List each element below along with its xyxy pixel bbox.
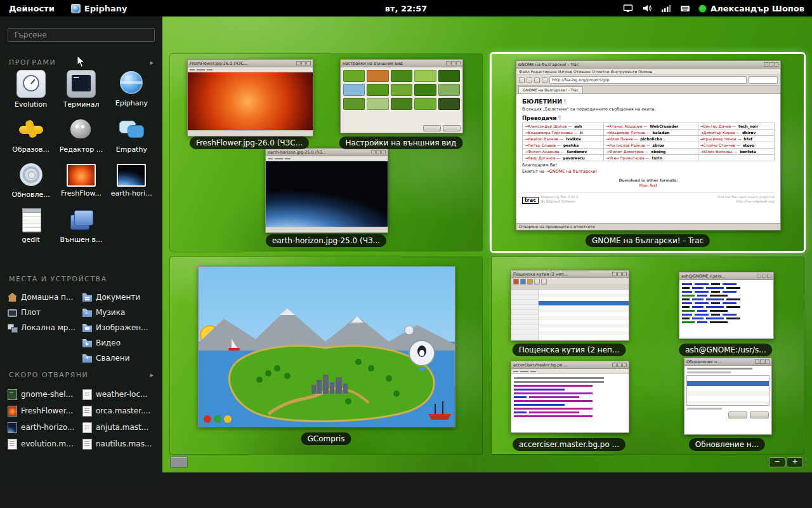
app-item-gimp[interactable]: Редактор ... [56,116,106,154]
zoom-out-button[interactable]: − [769,457,785,467]
overview-sidebar: ПРОГРАМИ ▸ Evolution Терминал Epiphany О… [0,17,162,508]
videos-folder-icon [82,338,92,347]
anchor-icon: ¶ [558,116,561,121]
document-icon [82,422,92,433]
place-item-network[interactable]: Локална мр... [8,320,79,335]
app-item-gcompris[interactable]: Образов... [6,116,56,154]
menu-bar [188,67,313,72]
recent-item[interactable]: FreshFlower... [8,403,79,419]
window-label: Обновление н... [689,438,765,451]
window-update-manager[interactable]: Обновление н... [684,358,772,435]
network-icon [8,323,17,332]
place-item-home[interactable]: Домашна п... [8,290,79,305]
trac-footer: trac Powered by Trac 0.10.3By Edgewall S… [522,192,775,204]
music-folder-icon [82,308,92,317]
place-item-pictures[interactable]: Изображен... [82,320,157,335]
activities-button[interactable]: Дейности [5,4,58,13]
document-icon [8,389,17,400]
plain-text-link: Plain Text [522,183,775,187]
zoom-in-button[interactable]: + [787,457,803,467]
workspace-3[interactable]: GCompris [170,257,482,454]
place-item-music[interactable]: Музика [82,305,157,320]
translator-cell: →Филип Андонов — fandonov [523,149,604,155]
window-gcompris[interactable] [198,266,455,427]
translator-cell [698,155,774,161]
recent-item[interactable]: evolution.m... [8,436,79,452]
network-signal-icon[interactable] [661,3,671,13]
image-icon [8,406,17,417]
clock[interactable]: вт, 22:57 [385,4,428,13]
app-item-freshflower[interactable]: FreshFlow... [56,161,106,199]
keyboard-input-icon[interactable] [680,3,690,13]
message-list [539,290,629,340]
window-label: Пощенска кутия (2 неп... [513,344,626,356]
workspace-2[interactable]: GNOME на български! - Trac Файл Редактир… [492,54,804,251]
user-status-dot [699,5,706,12]
update-dialog-content [684,366,771,434]
anchor-icon: ¶ [563,99,566,105]
image-icon [8,422,17,433]
recent-item[interactable]: earth-horizo... [8,419,79,436]
workspace-4[interactable]: Пощенска кутия (2 неп... ash@GNOME:/usr/… [492,257,804,454]
place-item-documents[interactable]: Документи [82,290,157,305]
browser-status-bar: Отваряне на прозорците с отметките [516,223,780,230]
translator-cell: →Ивайло Вълков — ivalkov [523,136,604,142]
window-title: earth-horizon.jpg-25.0 (ЧЗ... [268,150,370,155]
recent-expander-icon[interactable]: ▸ [150,371,154,379]
recent-item[interactable]: gnome-shel... [8,386,79,403]
gimp-icon [67,116,95,143]
place-item-videos[interactable]: Видео [82,335,157,351]
window-label: GNOME на български! - Trac [586,234,710,247]
window-mail[interactable]: Пощенска кутия (2 неп... [511,270,629,341]
window-freshflower-viewer[interactable]: FreshFlower.jpg-26.0 (ЧЗС... [187,59,313,137]
app-item-external-volume[interactable]: Външен в... [56,206,106,244]
app-item-epiphany[interactable]: Epiphany [107,70,157,109]
volume-icon[interactable] [642,3,652,13]
earth-image [266,161,388,227]
epiphany-globe-icon [117,70,145,97]
recent-item[interactable]: nautilus.mas... [82,436,157,452]
empathy-chat-icon [117,116,145,143]
app-item-terminal[interactable]: Терминал [56,70,106,109]
app-item-gedit[interactable]: gedit [6,206,56,244]
workspace-switcher-handle[interactable] [170,457,188,468]
window-earth-viewer[interactable]: earth-horizon.jpg-25.0 (ЧЗ... [265,148,388,233]
translator-cell: →Атанас Кошарев — WebCrusader [604,123,698,130]
browser-menu-bar: Файл Редактиране Изглед Отиване Отметки … [516,69,780,75]
display-icon[interactable] [623,3,633,13]
window-po-editor[interactable]: accerciser.master.bg.po ... [511,361,629,433]
programs-expander-icon[interactable]: ▸ [150,58,154,67]
dialog-button [728,411,747,418]
place-item-desktop[interactable]: Плот [8,305,79,320]
app-item-empathy[interactable]: Empathy [107,116,157,154]
recent-column-left: gnome-shel... FreshFlower... earth-horiz… [8,386,79,452]
app-item-earth-horizon[interactable]: earth-hori... [107,161,157,199]
place-item-downloads[interactable]: Свалени [82,351,157,366]
user-menu[interactable]: Александър Шопов [699,4,804,13]
places-header: МЕСТА И УСТРОЙСТВА [9,275,107,283]
window-browser-trac[interactable]: GNOME на български! - Trac Файл Редактир… [516,60,781,231]
search-input[interactable] [8,28,155,42]
selected-message-row [539,301,629,305]
window-title: GNOME на български! - Trac [518,62,763,67]
window-appearance-settings[interactable]: Настройки на външния вид [340,59,463,133]
recent-item[interactable]: orca.master.... [82,403,157,419]
workspace-1[interactable]: FreshFlower.jpg-26.0 (ЧЗС... Настройки н… [170,54,482,251]
browser-tab: GNOME на български! - Trac [518,86,583,93]
recent-item[interactable]: weather-loc... [82,386,157,403]
window-label: ash@GNOME:/usr/s... [679,344,772,356]
recent-item[interactable]: anjuta.mast... [82,419,157,436]
app-item-updates[interactable]: Обновле... [6,161,56,199]
search-field [749,76,778,84]
app-item-evolution[interactable]: Evolution [6,70,56,109]
app-menu[interactable]: Epiphany [71,4,128,13]
translator-cell: →Виктор Дачев — tech_noir [698,123,774,130]
places-column-left: Домашна п... Плот Локална мр... [8,290,79,335]
window-terminal[interactable]: ash@GNOME:/usr/s... [679,272,774,339]
document-icon [8,439,17,450]
window-label: accerciser.master.bg.po ... [513,438,625,451]
window-label: earth-horizon.jpg-25.0 (ЧЗ... [266,234,386,247]
folder-pane [511,290,539,340]
menu-bar [266,156,388,161]
translator-cell: →Владимир Петков — kaladan [604,130,698,136]
